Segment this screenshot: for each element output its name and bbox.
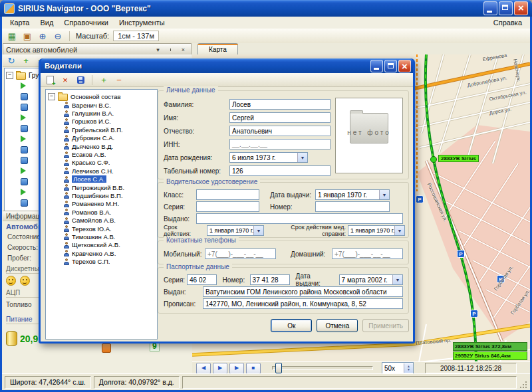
- driver-item[interactable]: Щетковский А.В.: [48, 241, 157, 249]
- drivers-tree[interactable]: Основной состав Варенич В.С.Галушкин В.А…: [45, 89, 158, 340]
- driver-item[interactable]: Подшибякин В.П.: [48, 191, 157, 199]
- birthdate-picker[interactable]: 6 июля 1973 г.: [229, 152, 308, 163]
- save-icon[interactable]: [74, 74, 87, 86]
- chevron-down-icon[interactable]: ▾: [153, 45, 163, 54]
- driver-item[interactable]: Горшков И.С.: [48, 118, 157, 126]
- driver-item[interactable]: Кравченко А.В.: [48, 249, 157, 257]
- driver-item[interactable]: Самойлов А.В.: [48, 216, 157, 224]
- close-icon[interactable]: [514, 1, 528, 15]
- to-end-button[interactable]: ▶: [229, 363, 244, 374]
- svg-text:P: P: [472, 311, 476, 317]
- birthdate-value: 6 июля 1973 г.: [230, 154, 297, 161]
- driver-item[interactable]: Грибельский В.П.: [48, 126, 157, 134]
- maximize-icon[interactable]: [499, 1, 513, 15]
- expand-all-icon[interactable]: +: [97, 74, 110, 86]
- driver-item[interactable]: Дубровин С.А.: [48, 134, 157, 142]
- resize-grip[interactable]: [519, 381, 527, 389]
- inn-field[interactable]: __.__.__.__: [229, 139, 331, 149]
- surname-field[interactable]: Лосев: [229, 99, 331, 110]
- menu-item-help[interactable]: Справка: [488, 18, 527, 27]
- driver-item[interactable]: Красько С.Ф.: [48, 159, 157, 167]
- dropdown-arrow-icon[interactable]: [297, 153, 307, 162]
- license-valid-picker[interactable]: 1 января 1970 г.: [207, 225, 264, 236]
- cancel-button[interactable]: Отмена: [317, 319, 358, 332]
- menu-item-1[interactable]: Карта: [5, 18, 35, 27]
- zoom-out-icon[interactable]: ⊖: [51, 30, 65, 42]
- driver-item[interactable]: Есаков А.В.: [48, 150, 157, 158]
- statusbar-filler: [182, 376, 517, 389]
- menu-item-3[interactable]: Справочники: [59, 18, 114, 27]
- tab-map[interactable]: Карта: [198, 43, 238, 55]
- driver-item[interactable]: Терехов Ю.А.: [48, 225, 157, 233]
- menu-item-2[interactable]: Вид: [35, 18, 59, 27]
- stop-button[interactable]: ■: [246, 363, 261, 374]
- fuel-label: Топливо: [6, 301, 32, 308]
- person-icon: [64, 201, 70, 207]
- home-phone-field[interactable]: +7(___)-___-__-__: [332, 248, 403, 259]
- dropdown-arrow-icon[interactable]: [379, 190, 389, 199]
- passport-issue-date-picker[interactable]: 7 марта 2002 г.: [339, 274, 403, 285]
- close-panel-icon[interactable]: ×: [178, 45, 188, 54]
- license-issue-date-picker[interactable]: 1 января 1970 г.: [315, 189, 390, 200]
- dialog-close-icon[interactable]: [398, 60, 411, 72]
- title-bar[interactable]: SIRIUS Navigator - ООО "Вертекс": [0, 0, 532, 17]
- name-field[interactable]: Сергей: [229, 112, 331, 123]
- passport-number-field[interactable]: 37 41 28: [250, 274, 290, 285]
- slider-thumb[interactable]: [275, 363, 282, 373]
- personnel-number-field[interactable]: 126: [229, 165, 331, 176]
- driver-item[interactable]: Романенко М.Н.: [48, 200, 157, 208]
- add-vehicle-icon[interactable]: +: [19, 54, 33, 66]
- dialog-maximize-icon[interactable]: [384, 60, 397, 72]
- expander-icon[interactable]: [48, 93, 55, 100]
- license-series-field[interactable]: [196, 201, 259, 212]
- driver-item[interactable]: Левчиков С.Н.: [48, 167, 157, 175]
- address-field[interactable]: 142770, МО, Ленинский район, п. Коммунар…: [203, 298, 403, 309]
- mobile-phone-field[interactable]: +7(___)-___-__-__: [205, 248, 276, 259]
- drivers-tree-root[interactable]: Основной состав: [48, 92, 157, 101]
- passport-issued-field[interactable]: Ватутинским ГОМ Ленинского района Москов…: [203, 286, 403, 297]
- passport-series-field[interactable]: 46 02: [187, 274, 217, 285]
- add-driver-icon[interactable]: [43, 74, 57, 86]
- dropdown-arrow-icon[interactable]: [392, 275, 402, 284]
- map-icon[interactable]: ▦: [5, 30, 19, 42]
- driver-item[interactable]: Галушкин В.А.: [48, 109, 157, 117]
- med-valid-picker[interactable]: 1 января 1970 г.: [348, 225, 405, 236]
- refresh-icon[interactable]: ↻: [5, 54, 18, 66]
- dialog-minimize-icon[interactable]: [370, 60, 383, 72]
- driver-item[interactable]: Лосев С.А.: [48, 175, 157, 183]
- driver-item[interactable]: Петрожицкий В.В.: [48, 183, 157, 191]
- driver-item[interactable]: Терехов С.П.: [48, 257, 157, 265]
- driver-item[interactable]: Романов В.А.: [48, 208, 157, 216]
- zoom-in-icon[interactable]: ⊕: [36, 30, 49, 42]
- dialog-title-bar[interactable]: Водители: [41, 58, 413, 73]
- ok-button[interactable]: Ок: [271, 319, 312, 332]
- expander-icon[interactable]: [6, 72, 13, 79]
- pin-icon[interactable]: [166, 45, 176, 54]
- license-class-label: Класс:: [164, 191, 194, 199]
- patronymic-field[interactable]: Анатольевич: [229, 126, 331, 136]
- collapse-all-icon[interactable]: −: [112, 74, 126, 86]
- driver-name: Кравченко А.В.: [72, 250, 116, 257]
- layers-icon[interactable]: ▣: [21, 30, 34, 42]
- dropdown-arrow-icon[interactable]: [394, 226, 404, 235]
- dropdown-arrow-icon[interactable]: [253, 226, 263, 235]
- parking-icon: P: [416, 196, 424, 203]
- minimize-icon[interactable]: [483, 1, 497, 15]
- driver-item[interactable]: Варенич В.С.: [48, 101, 157, 109]
- toolbar-separator: [69, 31, 70, 41]
- license-valid-value: 1 января 1970 г.: [207, 227, 253, 234]
- delete-driver-icon[interactable]: ×: [59, 74, 72, 86]
- driver-item[interactable]: Тимошкин А.В.: [48, 233, 157, 241]
- spinner-arrows-icon[interactable]: ▲▼: [404, 363, 413, 373]
- surname-label: Фамилия:: [164, 101, 227, 108]
- license-class-field[interactable]: [196, 189, 259, 200]
- license-issued-field[interactable]: [196, 213, 403, 224]
- driver-item[interactable]: Дьяченко В.Д.: [48, 142, 157, 150]
- play-button[interactable]: ▶: [213, 363, 227, 374]
- playback-slider[interactable]: [272, 366, 373, 370]
- menu-item-4[interactable]: Инструменты: [114, 18, 170, 27]
- playback-speed-select[interactable]: 50x ▲▼: [382, 362, 414, 374]
- license-number-field[interactable]: [315, 201, 390, 212]
- to-start-button[interactable]: ◀: [196, 363, 211, 374]
- driver-photo-box[interactable]: нет фото: [335, 98, 403, 173]
